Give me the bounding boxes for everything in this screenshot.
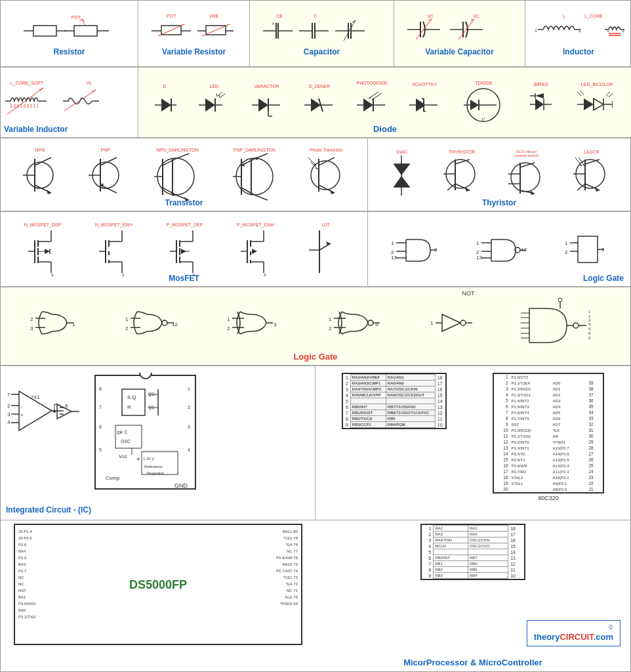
svg-marker-76 [161,98,171,112]
svg-text:Ipk  C: Ipk C [117,430,127,435]
transistor-cell: NPN PNP [1,138,368,211]
svg-marker-173 [394,164,410,175]
logic-gate2-label: Logic Gate [293,352,337,362]
svg-text:741: 741 [31,394,40,400]
svg-text:5: 5 [588,327,591,331]
svg-line-21 [226,24,230,26]
svg-point-293 [162,320,167,326]
svg-line-83 [217,92,222,96]
svg-marker-115 [535,98,544,110]
svg-text:3: 3 [7,411,10,417]
watermark-domain: .com [594,632,613,642]
svg-text:2: 2 [579,28,581,33]
thyristor-cell: DIAC THYRISTOR [368,138,630,211]
svg-rect-1 [33,26,56,36]
svg-rect-280 [578,236,598,262]
svg-marker-88 [258,98,268,112]
svg-line-85 [216,94,217,96]
mosfet-cell: N_MOSFET_DEP [1,212,368,286]
svg-marker-110 [470,100,479,110]
svg-text:L_CORE_SOFT: L_CORE_SOFT [10,81,44,86]
svg-text:VL: VL [87,81,92,85]
svg-text:2: 2 [565,249,568,255]
svg-text:1: 1 [227,316,230,322]
logic-gate-row4-cell: 1 2 13 3 1 2 13 [368,212,630,286]
svg-line-84 [220,94,225,98]
ic-section: 7 2 3 4 6 - + 741 [1,366,316,520]
svg-text:+: + [272,21,275,27]
resistor-label: Resistor [53,47,85,56]
svg-text:7: 7 [99,405,102,410]
svg-text:1: 1 [188,387,190,391]
svg-line-160 [254,195,268,200]
svg-text:L: L [563,14,565,18]
svg-text:1: 1 [329,316,332,322]
micro-chip-left: 1RA2/AN2/VREFRA1/AN118 2RA3/AN3/CMP1RA0/… [316,366,630,520]
svg-text:8: 8 [99,387,102,391]
capacitor-cell: CE C + [250,1,394,66]
svg-marker-98 [363,98,373,112]
diode-label: Diode [373,124,397,134]
svg-text:Vcc: Vcc [119,453,127,459]
svg-line-168 [308,158,316,165]
svg-line-73 [64,90,96,111]
svg-text:1: 1 [430,320,434,326]
svg-marker-246 [252,249,257,254]
watermark-theory: theory [534,632,560,642]
capacitor-label: Capacitor [304,47,340,56]
svg-text:VRE: VRE [209,14,218,18]
svg-text:7: 7 [7,392,10,398]
svg-marker-80 [205,98,215,112]
svg-marker-135 [47,190,51,194]
svg-text:2: 2 [188,405,190,410]
svg-text:2: 2 [622,28,624,33]
svg-marker-348 [57,404,71,419]
svg-text:2: 2 [125,326,129,331]
svg-text:POT: POT [166,14,176,18]
variable-inductor-label: Variable Inductor [4,125,68,134]
svg-text:3: 3 [30,326,33,331]
svg-text:CE: CE [276,14,283,18]
svg-point-190 [511,163,540,192]
watermark: © theoryCIRCUIT.com [527,620,621,646]
svg-text:C: C [314,14,317,18]
svg-line-170 [310,161,318,169]
ds5000fp-section: T0 T1 T2 T3 T4 T5 T6 T7 25 P1.4 26 P2.5 … [1,520,316,672]
svg-text:OSC: OSC [121,439,131,444]
thyristor-label: Thyristor [482,198,516,207]
svg-line-198 [575,158,582,166]
inductor-cell: L_CORE L 1 2 1 2 [525,1,631,66]
svg-marker-166 [330,190,335,194]
svg-point-306 [368,320,373,326]
inductor-label: Inductor [563,47,594,56]
svg-text:Regulator: Regulator [147,471,164,475]
svg-text:S  Q: S Q [127,394,136,400]
transistor-label: Transistor [165,198,203,207]
svg-line-86 [219,95,220,98]
svg-text:0: 0 [588,336,591,340]
svg-text:L_CORE: L_CORE [584,14,602,19]
micro-right-section: 1RA2RA118 2RA3RA017 3RA4/T0KIOSC1/CKN16 … [316,520,630,672]
svg-marker-124 [594,98,603,110]
svg-text:s: s [51,272,54,277]
svg-line-16 [181,24,184,26]
svg-text:5: 5 [99,448,102,452]
svg-text:VC: VC [427,14,434,18]
mosfet-label: MosFET [169,274,199,283]
svg-line-127 [577,92,581,96]
svg-text:POT: POT [71,15,81,20]
svg-text:4: 4 [7,419,10,425]
svg-rect-5 [74,26,97,36]
svg-line-129 [606,92,610,96]
svg-text:GND: GND [174,482,188,489]
svg-text:+: + [20,412,24,418]
svg-text:3: 3 [274,322,277,327]
svg-text:6: 6 [99,425,102,429]
svg-text:R: R [127,404,131,410]
svg-marker-235 [181,249,186,254]
svg-marker-310 [442,314,460,331]
watermark-circuit: CIRCUIT [560,632,593,642]
resistor-cell: POT Resistor [1,1,138,66]
logic-gate-label: Logic Gate [583,274,624,283]
svg-marker-117 [535,93,544,98]
